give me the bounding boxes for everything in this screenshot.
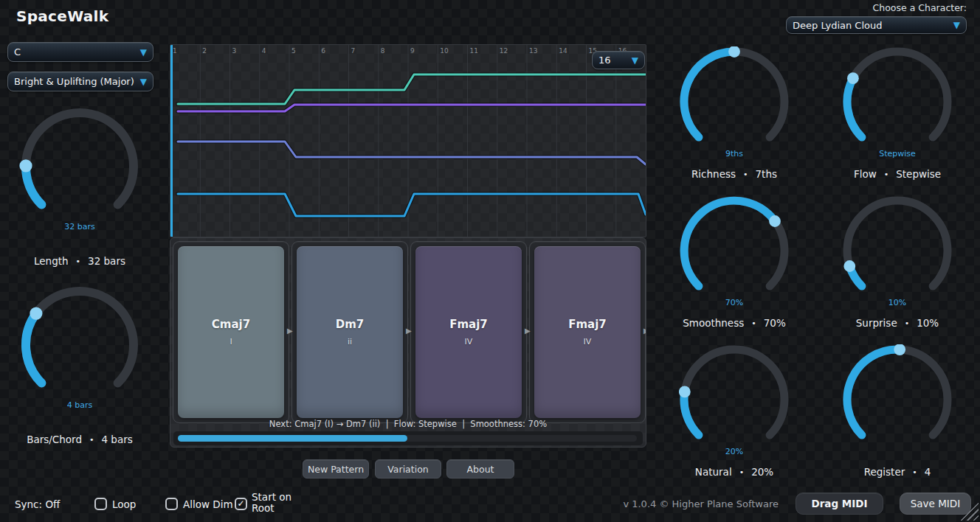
bar-number: 8: [381, 47, 385, 55]
bars-per-chord-knob-value: 4 bars: [17, 400, 142, 410]
chord-card[interactable]: Dm7ii: [297, 246, 403, 418]
bar-number: 3: [232, 47, 237, 55]
smoothness-knob[interactable]: 70% Smoothness•70%: [679, 195, 790, 335]
progress-fill: [178, 435, 407, 442]
character-dropdown-value: Deep Lydian Cloud: [793, 20, 882, 31]
surprise-knob[interactable]: 10% Surprise•10%: [842, 195, 953, 335]
chord-status: Next: Cmaj7 (I) → Dm7 (ii) | Flow: Stepw…: [170, 419, 646, 429]
progress-strip: [173, 431, 643, 445]
start-on-root-label: Start on Root: [252, 492, 297, 514]
bar-number: 1: [173, 47, 177, 55]
arrow-right-icon: ▶: [406, 327, 412, 335]
richness-knob-arc[interactable]: [679, 46, 790, 160]
chord-card-frame: Fmaj7IV: [529, 241, 646, 423]
bars-per-chord-knob-caption: Bars/Chord•4 bars: [0, 434, 183, 445]
drag-midi-button[interactable]: Drag MIDI: [796, 493, 883, 515]
chord-numeral: IV: [465, 337, 473, 347]
allow-dim-checkbox[interactable]: [165, 498, 178, 510]
character-label: Choose a Character:: [873, 2, 967, 13]
character-dropdown[interactable]: Deep Lydian Cloud ▼: [786, 16, 967, 34]
start-on-root-checkbox[interactable]: ✓: [235, 498, 247, 510]
natural-knob-value: 20%: [679, 447, 790, 456]
bars-per-chord-knob[interactable]: 4 bars Bars/Chord•4 bars: [17, 282, 142, 452]
register-knob-caption: Register•4: [794, 466, 980, 478]
voice-lines: [170, 45, 646, 237]
chord-name: Fmaj7: [568, 318, 607, 331]
bar-count-value: 16: [598, 55, 611, 66]
bar-number: 4: [262, 47, 266, 55]
bar-count-dropdown[interactable]: 16 ▼: [592, 51, 645, 69]
flow-knob-caption: Flow•Stepwise: [794, 168, 980, 180]
arrow-right-icon: ▶: [525, 327, 531, 335]
chord-card-frame: Cmaj7I: [173, 241, 289, 423]
chord-card[interactable]: Cmaj7I: [178, 246, 284, 418]
version-text: v 1.0.4 © Higher Plane Software: [623, 498, 779, 509]
variation-button[interactable]: Variation: [375, 459, 441, 478]
surprise-knob-caption: Surprise•10%: [794, 317, 980, 329]
bar-number: 11: [470, 47, 478, 55]
length-knob-value: 32 bars: [17, 222, 142, 232]
chord-numeral: I: [230, 337, 232, 347]
new-pattern-button[interactable]: New Pattern: [303, 459, 369, 478]
bar-number: 5: [291, 47, 296, 55]
natural-knob-arc[interactable]: [679, 344, 790, 458]
chord-name: Cmaj7: [212, 318, 250, 331]
chevron-down-icon: ▼: [140, 48, 147, 57]
flow-knob-value: Stepwise: [842, 149, 953, 159]
allow-dim-label: Allow Dim: [183, 498, 233, 510]
richness-knob[interactable]: 9ths Richness•7ths: [679, 46, 790, 187]
smoothness-knob-arc[interactable]: [679, 195, 790, 309]
arrow-right-icon: ▶: [287, 327, 293, 335]
timeline-panel[interactable]: 12345678910111213141516 16 ▼: [170, 44, 646, 237]
bar-number: 12: [500, 47, 508, 55]
chord-name: Dm7: [336, 318, 365, 331]
chevron-down-icon: ▼: [953, 21, 960, 29]
chevron-down-icon: ▼: [632, 56, 638, 65]
flow-knob[interactable]: Stepwise Flow•Stepwise: [842, 46, 953, 187]
sync-toggle[interactable]: Sync: Off: [15, 498, 60, 510]
key-dropdown-value: C: [14, 46, 21, 58]
chord-cards-panel: Cmaj7I▶Dm7ii▶Fmaj7IV▶Fmaj7IV▶ Next: Cmaj…: [170, 237, 646, 448]
register-knob-arc[interactable]: [842, 344, 953, 458]
chord-numeral: IV: [584, 337, 592, 347]
progress-track[interactable]: [178, 435, 637, 442]
length-knob[interactable]: 32 bars Length•32 bars: [17, 104, 142, 274]
flow-knob-arc[interactable]: [842, 46, 953, 160]
bar-number: 13: [529, 47, 537, 55]
app-title: SpaceWalk: [16, 7, 108, 25]
save-midi-button[interactable]: Save MIDI: [900, 493, 971, 515]
chord-card-frame: Fmaj7IV: [410, 241, 527, 423]
chord-card[interactable]: Fmaj7IV: [534, 246, 641, 418]
chevron-down-icon: ▼: [140, 77, 147, 86]
register-knob[interactable]: Register•4: [842, 344, 953, 484]
scale-dropdown[interactable]: Bright & Uplifting (Major) ▼: [7, 72, 153, 91]
chord-card-frame: Dm7ii: [291, 241, 408, 423]
smoothness-knob-value: 70%: [679, 298, 790, 307]
surprise-knob-value: 10%: [842, 298, 953, 307]
bar-number: 7: [351, 47, 356, 55]
bar-number: 10: [440, 47, 448, 55]
length-knob-caption: Length•32 bars: [0, 255, 183, 267]
chord-numeral: ii: [348, 337, 352, 347]
bars-per-chord-knob-arc[interactable]: [17, 282, 142, 411]
loop-checkbox[interactable]: [94, 498, 107, 510]
chord-name: Fmaj7: [449, 318, 488, 331]
bar-number: 2: [202, 47, 207, 55]
bar-number: 6: [321, 47, 325, 55]
natural-knob[interactable]: 20% Natural•20%: [679, 344, 790, 484]
surprise-knob-arc[interactable]: [842, 195, 953, 309]
loop-label: Loop: [112, 498, 136, 510]
chord-card[interactable]: Fmaj7IV: [415, 246, 522, 418]
key-dropdown[interactable]: C ▼: [7, 42, 153, 62]
scale-dropdown-value: Bright & Uplifting (Major): [14, 76, 134, 87]
bar-number: 14: [559, 47, 567, 55]
about-button[interactable]: About: [446, 459, 514, 478]
bar-number: 9: [410, 47, 415, 55]
richness-knob-value: 9ths: [679, 149, 790, 159]
length-knob-arc[interactable]: [17, 104, 142, 232]
playhead: [170, 45, 173, 237]
